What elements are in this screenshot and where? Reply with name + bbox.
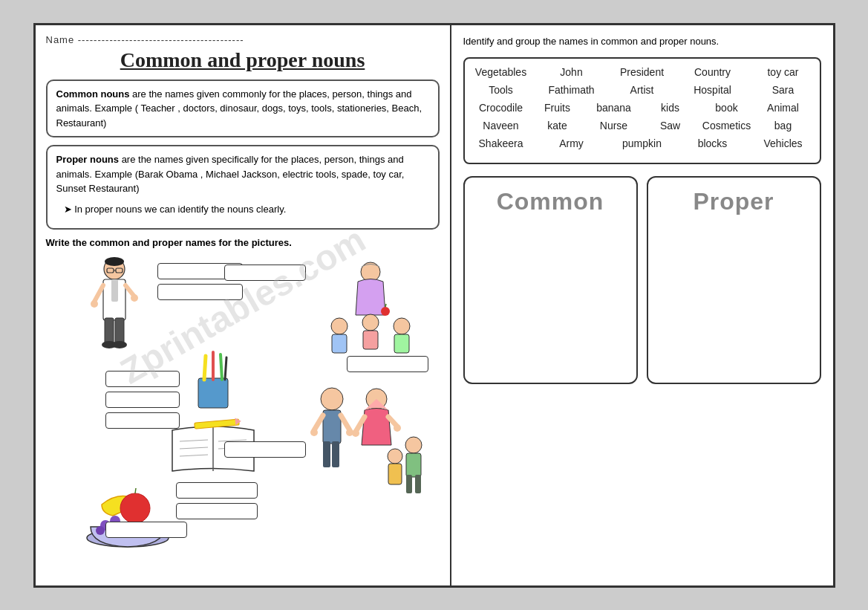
svg-point-20: [394, 318, 410, 334]
word-kids: kids: [645, 102, 696, 114]
teacher-illustration: [317, 256, 425, 363]
svg-point-9: [91, 300, 98, 308]
word-Saw: Saw: [645, 120, 696, 132]
common-noun-label: Common nouns: [56, 88, 130, 100]
word-kate: kate: [532, 120, 584, 132]
word-Naveen: Naveen: [475, 120, 527, 132]
svg-point-16: [331, 318, 347, 334]
proper-noun-label: Proper nouns: [56, 154, 120, 165]
svg-rect-47: [332, 441, 339, 467]
svg-point-10: [131, 294, 138, 302]
svg-line-27: [221, 354, 222, 380]
svg-point-22: [381, 307, 390, 316]
name-line: Name -----------------------------------…: [46, 34, 440, 45]
svg-rect-46: [323, 441, 330, 467]
svg-rect-11: [105, 318, 114, 344]
svg-line-23: [385, 304, 386, 307]
word-banana: banana: [588, 102, 640, 114]
svg-point-61: [310, 429, 318, 436]
input-fruits-3[interactable]: [105, 522, 187, 538]
word-row-1: Vegetables John President Country toy ca…: [475, 66, 809, 78]
main-title: Common and proper nouns: [46, 48, 440, 72]
input-teacher-1[interactable]: [224, 265, 306, 281]
word-row-4: Naveen kate Nurse Saw Cosmetics bag: [475, 120, 809, 132]
svg-line-39: [135, 488, 136, 493]
teacher-svg: [317, 256, 425, 363]
family-svg: [310, 378, 436, 508]
svg-rect-24: [198, 378, 228, 408]
category-section: Common Proper: [463, 176, 821, 384]
word-Cosmetics: Cosmetics: [701, 120, 753, 132]
input-fruits-1[interactable]: [176, 482, 258, 499]
word-row-2: Tools Fathimath Artist Hospital Sara: [475, 84, 809, 96]
svg-line-49: [341, 415, 350, 430]
word-Vehicles: Vehicles: [757, 137, 809, 149]
input-books-1[interactable]: [224, 441, 306, 458]
input-fruits-2[interactable]: [176, 503, 258, 519]
word-grid: Vegetables John President Country toy ca…: [463, 57, 821, 164]
word-Animal: Animal: [757, 102, 809, 114]
svg-rect-6: [111, 279, 118, 302]
word-blocks: blocks: [687, 137, 739, 149]
word-Crocodile: Crocodile: [475, 102, 527, 114]
bullet-point: In proper nouns we can identify the noun…: [64, 202, 429, 217]
svg-point-59: [388, 449, 402, 464]
word-Shakeera: Shakeera: [475, 137, 527, 149]
worksheet: Name -----------------------------------…: [33, 23, 835, 588]
svg-rect-19: [363, 331, 378, 349]
common-noun-box: Common nouns are the names given commonl…: [46, 80, 440, 138]
word-Fruits: Fruits: [532, 102, 584, 114]
svg-point-62: [346, 429, 353, 436]
word-Tools: Tools: [475, 84, 527, 96]
svg-rect-56: [406, 453, 421, 477]
word-Artist: Artist: [616, 84, 668, 96]
word-bag: bag: [757, 120, 809, 132]
word-Hospital: Hospital: [687, 84, 739, 96]
right-panel: Identify and group the names in common a…: [451, 25, 833, 585]
stationery-illustration: [176, 348, 250, 415]
input-stationery-2[interactable]: [105, 392, 180, 408]
common-category-box: Common: [463, 176, 638, 384]
proper-category-box: Proper: [647, 176, 821, 384]
svg-rect-45: [323, 410, 341, 444]
input-teacher-2[interactable]: [347, 356, 428, 372]
word-Vegetables: Vegetables: [475, 66, 527, 78]
svg-rect-12: [115, 318, 124, 344]
svg-point-14: [112, 341, 127, 348]
svg-point-38: [120, 493, 150, 523]
svg-rect-58: [415, 475, 421, 493]
svg-rect-57: [406, 475, 412, 493]
pictures-section: [46, 256, 440, 553]
svg-point-43: [96, 526, 105, 535]
svg-point-18: [362, 314, 379, 331]
svg-line-25: [204, 356, 206, 380]
svg-rect-21: [394, 334, 409, 353]
doctor-svg: [87, 256, 143, 352]
word-pumpkin: pumpkin: [616, 137, 668, 149]
word-President: President: [616, 66, 668, 78]
word-Army: Army: [546, 137, 598, 149]
proper-noun-box: Proper nouns are the names given specifi…: [46, 145, 440, 230]
svg-line-28: [225, 357, 226, 380]
svg-point-54: [394, 424, 401, 432]
svg-point-1: [105, 257, 124, 266]
family-illustration: [310, 378, 436, 508]
word-row-3: Crocodile Fruits banana kids book Animal: [475, 102, 809, 114]
svg-line-48: [314, 415, 323, 430]
instruction-text: Identify and group the names in common a…: [463, 36, 821, 47]
svg-rect-60: [388, 464, 402, 484]
doctor-illustration: [87, 256, 143, 352]
word-Fathimath: Fathimath: [546, 84, 598, 96]
word-Sara: Sara: [757, 84, 809, 96]
svg-rect-17: [332, 334, 347, 353]
svg-point-44: [321, 388, 343, 410]
input-stationery-1[interactable]: [105, 371, 180, 387]
svg-line-7: [94, 285, 103, 302]
word-book: book: [701, 102, 753, 114]
word-Country: Country: [687, 66, 739, 78]
proper-category-title: Proper: [693, 178, 774, 221]
word-toycar: toy car: [757, 66, 809, 78]
word-Nurse: Nurse: [588, 120, 640, 132]
pictures-instruction: Write the common and proper names for th…: [46, 237, 440, 248]
input-doctor-2[interactable]: [157, 284, 243, 300]
